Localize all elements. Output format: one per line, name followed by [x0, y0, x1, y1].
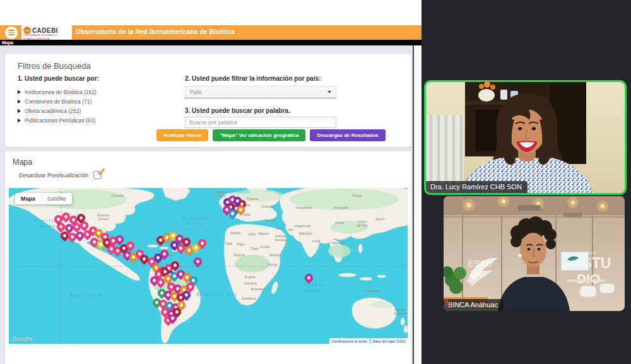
country-label: Tailandia — [331, 241, 345, 245]
ocean-label: Océano Índico — [303, 282, 326, 293]
map-type-map-button[interactable]: Mapa — [15, 193, 41, 204]
country-select[interactable]: País — [185, 86, 336, 98]
country-label: Mongolia — [334, 206, 348, 209]
country-label: Canadá — [111, 194, 123, 197]
country-label: China — [335, 221, 344, 225]
filter-item-label: Comisiones de Bioética (71) — [25, 98, 91, 105]
filters-section3-label: 3. Usted puede buscar por palabra. — [185, 107, 336, 114]
country-label: Reino Unido — [217, 190, 226, 197]
ocean-label: Atlántico Sur — [196, 291, 238, 297]
meeting-window: ◄► CADEBI CENTRO ANÁHUAC DE DESARROLLO E… — [0, 0, 631, 364]
country-label: Kenia — [268, 262, 277, 266]
download-results-button[interactable]: Descargas de Resultados — [310, 129, 385, 141]
video-frame-binca: ESTU DIO MÓDULO DE ESTU DIO — [444, 196, 625, 311]
triangle-icon — [18, 109, 21, 113]
video-frame-lucy — [426, 82, 627, 195]
country-label: Japón — [375, 217, 385, 221]
browser-top-strip — [0, 0, 422, 25]
map-type-control: Mapa Satélite — [15, 193, 72, 204]
map-section-title: Mapa — [13, 158, 32, 167]
filter-item-label: Publicaciones Periódicas (63) — [25, 117, 95, 124]
google-map[interactable]: Mapa Satélite Google Combinaciones de te… — [9, 188, 408, 344]
filters-card: Filtros de Busqueda 1. Usted puede busca… — [5, 54, 411, 147]
chevron-down-icon — [327, 91, 331, 93]
triangle-icon — [18, 90, 21, 94]
svg-text:DIO: DIO — [470, 269, 486, 279]
brand-tagline-1: CENTRO ANÁHUAC DE DESARROLLO — [23, 34, 47, 36]
page-scrollbar[interactable] — [413, 45, 422, 364]
map-type-satellite-button[interactable]: Satélite — [41, 193, 72, 204]
map-data-label: Datos del mapa ©2023 — [370, 338, 408, 344]
breadcrumb: Mapa — [0, 40, 422, 45]
country-label: Chad — [250, 247, 258, 250]
svg-text:ESTU: ESTU — [468, 258, 493, 269]
country-label: Ucrania — [261, 204, 273, 208]
country-label: Egipto — [259, 232, 269, 235]
country-select-value: País — [190, 89, 201, 95]
google-watermark: Google — [13, 336, 33, 342]
country-label: Botsuana — [251, 287, 265, 291]
country-label: Afganistán — [295, 224, 311, 228]
filter-item-oferta[interactable]: Oferta académica (252) — [18, 106, 175, 115]
triangle-icon — [18, 119, 21, 122]
country-label: India — [312, 239, 320, 243]
keyword-search-input[interactable] — [185, 117, 336, 128]
country-label: Italia — [243, 213, 251, 216]
country-label: Turquía — [265, 218, 277, 222]
preview-toggle-label: Desactivar Previsualización — [19, 172, 88, 179]
country-label: Argelia — [230, 231, 240, 235]
brand-name: CADEBI — [32, 27, 58, 34]
country-label: Kazajistán — [296, 206, 312, 209]
country-label: Pakistán — [298, 232, 312, 235]
filter-item-label: Instituciones de Bioética (162) — [25, 89, 97, 95]
country-label: Rusia — [353, 194, 362, 197]
participant-name-tag: BINCA Anáhuac — [444, 299, 504, 311]
country-label: Namibia — [244, 281, 257, 285]
video-tile-lucy[interactable]: Dra. Lucy Ramírez CHB SON — [424, 80, 627, 195]
page-title: Observatorio de la Red Iberoamericana de… — [76, 28, 235, 35]
svg-text:DIO: DIO — [577, 271, 600, 286]
video-tile-binca[interactable]: ESTU DIO MÓDULO DE ESTU DIO — [444, 196, 625, 311]
reset-filters-button[interactable]: Reiniciar Filtros — [156, 129, 208, 141]
participant-name: Dra. Lucy Ramírez CHB SON — [430, 183, 522, 191]
keyboard-shortcuts-link[interactable]: Combinaciones de teclas — [329, 338, 370, 344]
checkmark-icon — [98, 167, 105, 175]
country-label: Sudáfrica — [241, 296, 256, 300]
filters-section2-label: 2. Usted puede filtrar la información po… — [185, 75, 336, 82]
triangle-icon — [18, 100, 21, 103]
app-header: ◄► CADEBI CENTRO ANÁHUAC DE DESARROLLO E… — [0, 25, 422, 40]
ocean-label: Atlántico Norte — [182, 215, 210, 226]
filter-item-publicaciones[interactable]: Publicaciones Periódicas (63) — [18, 115, 175, 125]
country-label: Irán — [288, 228, 293, 232]
map-card: Mapa Desactivar Previsualización — [5, 151, 411, 364]
cadebi-logo-icon: ◄► — [23, 26, 31, 34]
filters-title: Filtros de Busqueda — [18, 61, 91, 71]
map-attribution: Combinaciones de teclas Datos del mapa ©… — [329, 338, 408, 344]
country-label: Nueva Zelanda — [394, 308, 406, 315]
country-label: Nigeria — [233, 253, 244, 257]
mic-muted-icon — [444, 299, 450, 307]
filter-item-comisiones[interactable]: Comisiones de Bioética (71) — [18, 97, 175, 106]
country-label: Estados Unidos — [97, 213, 110, 221]
map-landmasses — [9, 188, 408, 344]
country-label: Arabia Saudita — [274, 234, 286, 242]
country-label: Polonia — [247, 197, 258, 201]
country-label: Angola — [244, 275, 255, 279]
filter-item-instituciones[interactable]: Instituciones de Bioética (162) — [18, 87, 175, 97]
country-label: Sudán — [260, 245, 270, 249]
country-label: Corea del Sur — [357, 220, 367, 227]
country-label: Australia — [365, 289, 378, 293]
filters-section1-label: 1. Usted puede buscar por: — [18, 75, 175, 82]
screen-share: ◄► CADEBI CENTRO ANÁHUAC DE DESARROLLO E… — [0, 0, 422, 364]
hamburger-menu-icon[interactable] — [5, 26, 18, 39]
country-label: Níger — [237, 242, 245, 246]
participant-name: BINCA Anáhuac — [448, 301, 498, 308]
country-label: Irak — [275, 226, 281, 230]
country-label: Etiopía — [269, 253, 280, 257]
ocean-label: Pacífico Sur — [70, 293, 109, 298]
participant-name-tag: Dra. Lucy Ramírez CHB SON — [426, 181, 528, 193]
country-label: Mali — [226, 242, 232, 245]
preview-toggle-checkbox[interactable] — [93, 171, 102, 179]
country-label: Libia — [248, 232, 256, 236]
map-view-button[interactable]: "Mapa" Ver ubicación geográfica — [213, 129, 305, 141]
